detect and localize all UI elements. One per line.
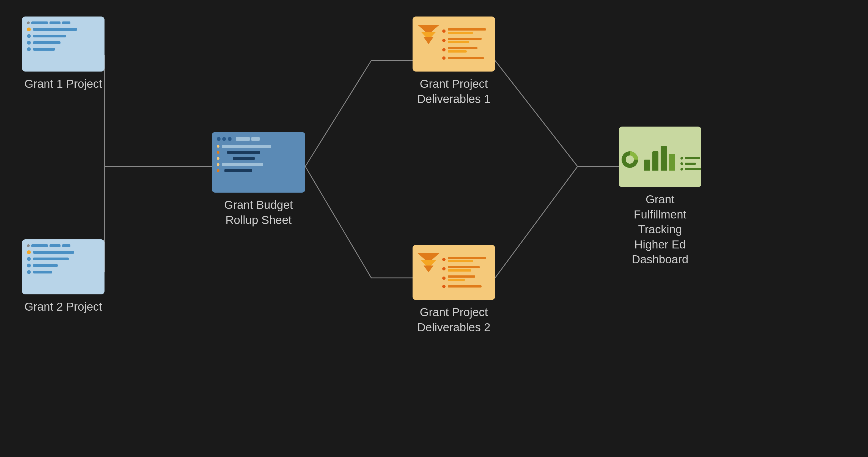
svg-line-4 <box>305 61 371 166</box>
svg-line-10 <box>495 61 578 166</box>
svg-line-13 <box>495 166 578 278</box>
deliverables1-card[interactable] <box>412 17 495 71</box>
grant1-card[interactable] <box>22 17 104 71</box>
diagram-container: Grant 1 Project <box>0 0 868 457</box>
dashboard-card[interactable] <box>619 127 701 187</box>
svg-point-15 <box>626 155 634 164</box>
grant2-label: Grant 2 Project <box>25 299 102 314</box>
deliverables2-card[interactable] <box>412 245 495 300</box>
deliverables1-label: Grant Project Deliverables 1 <box>417 77 490 106</box>
deliverables2-label: Grant Project Deliverables 2 <box>417 305 490 335</box>
grant1-project-node: Grant 1 Project <box>22 17 104 92</box>
grant2-card[interactable] <box>22 239 104 295</box>
dashboard-label: Grant Fulfillment Tracking Higher Ed Das… <box>632 192 688 267</box>
svg-line-7 <box>305 166 371 278</box>
budget-card[interactable] <box>212 132 305 192</box>
dashboard-node: Grant Fulfillment Tracking Higher Ed Das… <box>619 127 701 267</box>
budget-label: Grant Budget Rollup Sheet <box>224 197 293 227</box>
grant1-label: Grant 1 Project <box>25 77 102 92</box>
deliverables1-node: Grant Project Deliverables 1 <box>412 17 495 106</box>
deliverables2-node: Grant Project Deliverables 2 <box>412 245 495 335</box>
grant2-project-node: Grant 2 Project <box>22 239 104 314</box>
budget-rollup-node: Grant Budget Rollup Sheet <box>212 132 305 227</box>
